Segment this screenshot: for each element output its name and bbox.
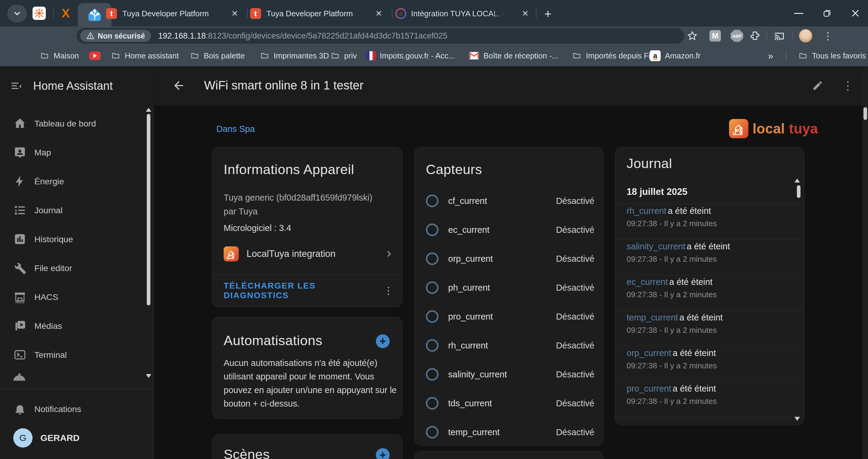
extension-abp-button[interactable]: ABP — [729, 27, 745, 45]
sensor-row[interactable]: ph_current Désactivé — [414, 273, 603, 302]
browser-menu-button[interactable]: ⋮ — [820, 27, 835, 45]
bookmark-label: Boîte de réception -... — [484, 51, 558, 61]
bookmark-importes-firefox[interactable]: Importés depuis Fir... — [572, 45, 659, 66]
bookmark-all-favorites[interactable]: Tous les favoris — [798, 45, 866, 66]
entry-time: 09:27:38 - Il y a 2 minutes — [627, 255, 793, 264]
sensor-row[interactable]: salinity_current Désactivé — [414, 360, 603, 389]
entity-link[interactable]: ec_current — [627, 277, 668, 287]
entity-link[interactable]: rh_current — [627, 206, 666, 216]
tab-close-icon[interactable]: ✕ — [231, 9, 238, 19]
new-tab-button[interactable]: + — [541, 7, 555, 21]
logbook-scrollbar-thumb[interactable] — [797, 185, 801, 198]
entity-link[interactable]: temp_current — [627, 313, 678, 322]
page-scrollbar-track[interactable] — [863, 66, 868, 459]
window-minimize-button[interactable] — [789, 4, 808, 22]
sensor-row[interactable]: temp_current Désactivé — [414, 418, 603, 447]
sidebar-toggle-button[interactable] — [7, 76, 26, 96]
sidebar-item-map[interactable]: Map — [0, 138, 153, 167]
sensor-row[interactable]: ec_current Désactivé — [414, 215, 603, 244]
sidebar-item-energie[interactable]: Énergie — [0, 167, 153, 196]
sensor-name[interactable]: tds_current — [448, 398, 556, 408]
bookmark-youtube[interactable] — [89, 45, 101, 66]
extensions-menu-button[interactable] — [747, 27, 763, 45]
pinned-tab-proxmox[interactable]: X — [59, 7, 72, 20]
tab-tuya-developer-1[interactable]: t Tuya Developer Platform ✕ — [106, 4, 245, 23]
add-automation-button[interactable]: + — [376, 334, 390, 348]
logbook-scroll-down-icon[interactable] — [795, 417, 800, 421]
home-icon — [13, 117, 27, 130]
page-back-button[interactable] — [169, 76, 188, 95]
browser-profile-avatar[interactable] — [798, 27, 814, 45]
tab-title: Intégration TUYA LOCAL. Que fa — [411, 9, 504, 19]
sidebar-item-historique[interactable]: Historique — [0, 225, 153, 254]
window-close-button[interactable] — [846, 4, 864, 22]
entity-link[interactable]: orp_current — [627, 348, 671, 358]
localtuya-brand: t local tuya — [729, 119, 818, 138]
sensor-row[interactable]: orp_current Désactivé — [414, 244, 603, 273]
sensor-name[interactable]: temp_current — [448, 427, 556, 437]
url-text[interactable]: 192.168.1.18:8123/config/devices/device/… — [158, 31, 447, 41]
bookmarks-overflow-button[interactable]: » — [768, 45, 773, 66]
logbook-entry: temp_current a été éteint 09:27:38 - Il … — [615, 311, 804, 347]
sensor-row[interactable]: rh_current Désactivé — [414, 331, 603, 360]
sidebar-item-medias[interactable]: Médias — [0, 312, 153, 340]
sidebar-scrollbar-thumb[interactable] — [147, 114, 150, 305]
cast-button[interactable] — [771, 27, 787, 45]
page-title: WiFi smart online 8 in 1 tester — [204, 78, 364, 92]
add-scene-button[interactable]: + — [376, 448, 390, 459]
sensor-name[interactable]: cf_current — [448, 196, 556, 206]
sidebar-item-hacs[interactable]: HACS HACS — [0, 283, 153, 312]
breadcrumb-area-link[interactable]: Dans Spa — [216, 124, 255, 134]
sensor-name[interactable]: ec_current — [448, 225, 556, 235]
bookmark-gmail[interactable]: Boîte de réception -... — [469, 45, 558, 66]
sidebar-scroll-up-icon[interactable] — [146, 108, 151, 112]
sidebar-item-file-editor[interactable]: File editor — [0, 254, 153, 283]
pinned-tab-jeedom[interactable] — [33, 7, 46, 20]
bookmark-amazon[interactable]: a Amazon.fr — [650, 45, 701, 66]
edit-device-button[interactable] — [809, 76, 827, 95]
page-scrollbar-thumb[interactable] — [864, 107, 867, 120]
card-kebab-menu-icon[interactable]: ⋮ — [384, 285, 393, 296]
folder-icon — [572, 52, 582, 60]
tab-search-button[interactable] — [7, 5, 27, 22]
bookmark-star-button[interactable] — [685, 27, 700, 45]
security-chip[interactable]: Non sécurisé — [80, 30, 151, 42]
sensor-name[interactable]: salinity_current — [448, 369, 556, 380]
sidebar-scroll-down-icon[interactable] — [146, 374, 151, 378]
sensor-name[interactable]: ph_current — [448, 283, 556, 293]
sidebar-item-terminal[interactable]: Terminal — [0, 340, 153, 369]
integration-row[interactable]: t LocalTuya integration — [224, 243, 393, 265]
card-title: Scènes — [224, 447, 270, 459]
tab-separator — [247, 9, 248, 18]
bookmark-imprimantes-3d[interactable]: Imprimantes 3D — [260, 45, 329, 66]
sensor-row[interactable]: pro_current Désactivé — [414, 302, 603, 331]
logbook-scroll-up-icon[interactable] — [795, 178, 800, 183]
sidebar-item-notifications[interactable]: Notifications — [0, 395, 153, 423]
bookmark-home-assistant[interactable]: Home assistant — [111, 45, 179, 66]
bookmark-impots[interactable]: Impots.gouv.fr - Acc... — [367, 45, 455, 66]
download-diagnostics-button[interactable]: TÉLÉCHARGER LES DIAGNOSTICS — [224, 281, 384, 300]
tab-tuya-developer-2[interactable]: t Tuya Developer Platform ✕ — [250, 4, 390, 23]
tab-close-icon[interactable]: ✕ — [522, 9, 529, 19]
entity-link[interactable]: pro_current — [627, 384, 671, 393]
device-menu-button[interactable]: ⋮ — [839, 76, 857, 95]
extension-m-button[interactable]: M — [708, 27, 723, 45]
address-bar[interactable]: Non sécurisé 192.168.1.18:8123/config/de… — [76, 28, 684, 44]
svg-text:HACS: HACS — [16, 301, 24, 304]
window-restore-button[interactable] — [818, 4, 836, 22]
tab-close-icon[interactable]: ✕ — [375, 9, 382, 19]
sidebar-user-profile[interactable]: G GERARD — [0, 423, 153, 452]
sensor-name[interactable]: orp_current — [448, 254, 556, 264]
bookmark-bois-palette[interactable]: Bois palette — [190, 45, 245, 66]
sensor-row[interactable]: cf_current Désactivé — [414, 187, 603, 215]
sidebar-item-tableau-de-bord[interactable]: Tableau de bord — [0, 109, 153, 138]
sensor-name[interactable]: pro_current — [448, 312, 556, 322]
sensor-status: Désactivé — [556, 225, 594, 235]
bookmark-priv[interactable]: priv — [330, 45, 357, 66]
sensor-name[interactable]: rh_current — [448, 341, 556, 351]
sidebar-item-journal[interactable]: Journal — [0, 196, 153, 225]
tab-tuya-local-forum[interactable]: ⌂ Intégration TUYA LOCAL. Que fa ✕ — [396, 4, 532, 23]
entity-link[interactable]: salinity_current — [627, 241, 685, 251]
sensor-row[interactable]: tds_current Désactivé — [414, 389, 603, 418]
bookmark-maison[interactable]: Maison — [40, 45, 79, 66]
